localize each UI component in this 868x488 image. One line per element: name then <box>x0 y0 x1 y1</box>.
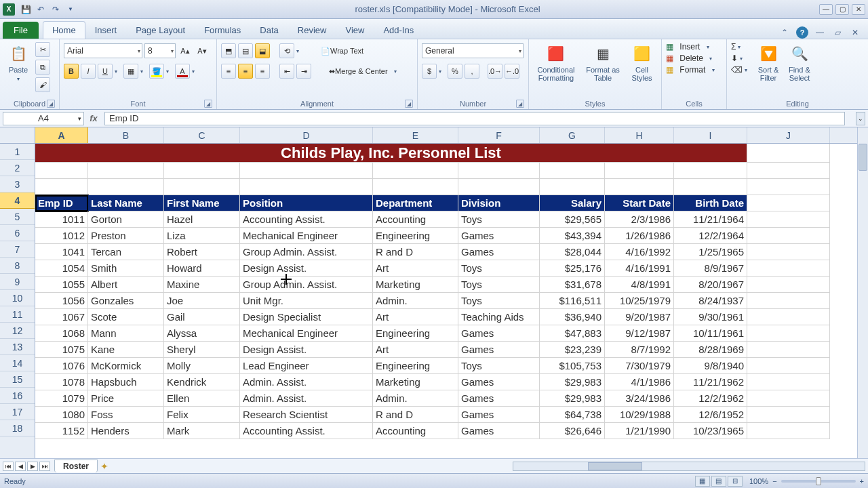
cell[interactable]: 9/30/1961 <box>674 309 747 325</box>
cell[interactable]: 1076 <box>35 358 88 374</box>
row-header-3[interactable]: 3 <box>0 176 35 192</box>
cell[interactable]: Games <box>458 407 540 423</box>
cell[interactable]: Preston <box>88 228 164 244</box>
cell[interactable]: R and D <box>373 407 458 423</box>
row-header-8[interactable]: 8 <box>0 258 35 274</box>
cell[interactable]: Foss <box>88 407 164 423</box>
cell[interactable]: 4/16/1991 <box>605 260 674 277</box>
cell[interactable]: Mechanical Engineer <box>240 325 373 342</box>
cell[interactable] <box>35 179 88 195</box>
comma-button[interactable]: , <box>465 64 479 79</box>
cell[interactable] <box>373 179 458 195</box>
new-sheet-button[interactable]: ✦ <box>100 461 108 472</box>
percent-button[interactable]: % <box>448 64 462 79</box>
column-header-H[interactable]: H <box>605 127 674 143</box>
cell[interactable]: Accounting <box>373 423 458 439</box>
row-header-1[interactable]: 1 <box>0 144 35 160</box>
align-bottom-button[interactable]: ⬓ <box>255 43 270 58</box>
cell[interactable] <box>747 293 830 309</box>
close-button[interactable]: ✕ <box>852 4 865 15</box>
first-sheet-button[interactable]: ⏮ <box>3 462 14 471</box>
cell[interactable]: 10/23/1965 <box>674 423 747 439</box>
align-center-button[interactable]: ≡ <box>238 64 253 79</box>
cell[interactable]: Admin. Assist. <box>240 374 373 390</box>
row-header-6[interactable]: 6 <box>0 225 35 241</box>
cell[interactable]: 8/28/1969 <box>674 342 747 358</box>
tab-view[interactable]: View <box>336 21 374 39</box>
vertical-scrollbar[interactable] <box>857 127 868 458</box>
name-box[interactable]: A4▾ <box>3 112 84 125</box>
font-color-button[interactable]: A <box>175 64 190 79</box>
cell[interactable]: 8/7/1992 <box>605 342 674 358</box>
cell[interactable]: Engineering <box>373 358 458 374</box>
cell[interactable]: Games <box>458 228 540 244</box>
autosum-button[interactable]: Σ ▾ <box>731 42 751 52</box>
cell[interactable] <box>747 277 830 293</box>
cell[interactable]: 1054 <box>35 260 88 277</box>
cell[interactable]: 9/20/1987 <box>605 309 674 325</box>
cell[interactable]: Division <box>458 195 540 211</box>
fill-color-button[interactable]: 🪣 <box>149 64 164 79</box>
cell[interactable]: $43,394 <box>540 228 605 244</box>
column-header-I[interactable]: I <box>674 127 747 143</box>
cell[interactable]: Accounting Assist. <box>240 211 373 228</box>
cell[interactable]: Marketing <box>373 277 458 293</box>
row-header-5[interactable]: 5 <box>0 209 35 225</box>
cell[interactable]: Albert <box>88 277 164 293</box>
cell[interactable]: Games <box>458 374 540 390</box>
format-painter-button[interactable]: 🖌 <box>35 77 50 92</box>
cell[interactable]: 11/21/1962 <box>674 374 747 390</box>
row-header-11[interactable]: 11 <box>0 306 35 323</box>
sheet-tab-roster[interactable]: Roster <box>54 460 98 472</box>
cell[interactable]: Department <box>373 195 458 211</box>
cell[interactable] <box>747 358 830 374</box>
cell[interactable]: First Name <box>164 195 240 211</box>
redo-icon[interactable]: ↷ <box>50 4 61 15</box>
fx-icon[interactable]: fx <box>87 113 100 123</box>
row-header-7[interactable]: 7 <box>0 241 35 258</box>
cell[interactable]: 1079 <box>35 390 88 407</box>
delete-cells-button[interactable]: ▦ Delete ▾ <box>666 54 719 63</box>
window-close-icon[interactable]: ✕ <box>849 26 861 39</box>
cell[interactable] <box>747 390 830 407</box>
alignment-dialog-icon[interactable]: ◢ <box>405 100 413 108</box>
cell[interactable]: Hapsbuch <box>88 374 164 390</box>
paste-button[interactable]: 📋 Paste▾ <box>4 41 33 85</box>
undo-icon[interactable]: ↶ <box>35 4 46 15</box>
cell[interactable] <box>540 163 605 179</box>
cell[interactable]: Maxine <box>164 277 240 293</box>
tab-review[interactable]: Review <box>288 21 336 39</box>
cell[interactable]: 1068 <box>35 325 88 342</box>
fill-button[interactable]: ⬇ ▾ <box>731 54 751 63</box>
row-header-16[interactable]: 16 <box>0 388 35 404</box>
cell[interactable]: Art <box>373 260 458 277</box>
cell[interactable]: 3/24/1986 <box>605 390 674 407</box>
bold-button[interactable]: B <box>64 64 79 79</box>
cell[interactable]: $105,753 <box>540 358 605 374</box>
cell[interactable]: 8/9/1967 <box>674 260 747 277</box>
cell[interactable]: Price <box>88 390 164 407</box>
column-header-J[interactable]: J <box>747 127 830 143</box>
tab-insert[interactable]: Insert <box>85 21 127 39</box>
format-cells-button[interactable]: ▦ Format ▾ <box>666 65 719 75</box>
zoom-level[interactable]: 100% <box>749 477 768 485</box>
cell[interactable]: Joe <box>164 293 240 309</box>
file-tab[interactable]: File <box>3 22 39 39</box>
cell[interactable] <box>164 179 240 195</box>
cell[interactable]: Ellen <box>164 390 240 407</box>
cell[interactable] <box>240 179 373 195</box>
cell[interactable]: 1056 <box>35 293 88 309</box>
cell[interactable]: $29,983 <box>540 390 605 407</box>
align-left-button[interactable]: ≡ <box>221 64 236 79</box>
cell[interactable]: Group Admin. Assist. <box>240 277 373 293</box>
cell[interactable]: 1152 <box>35 423 88 439</box>
cell[interactable]: Design Assist. <box>240 342 373 358</box>
cell[interactable]: 2/3/1986 <box>605 211 674 228</box>
cell[interactable]: 12/2/1962 <box>674 390 747 407</box>
sort-filter-button[interactable]: 🔽Sort & Filter <box>754 41 783 84</box>
cell[interactable]: Start Date <box>605 195 674 211</box>
cell[interactable]: 1/25/1965 <box>674 244 747 260</box>
cell[interactable]: Admin. Assist. <box>240 390 373 407</box>
align-top-button[interactable]: ⬒ <box>221 43 236 58</box>
row-header-4[interactable]: 4 <box>0 192 35 209</box>
